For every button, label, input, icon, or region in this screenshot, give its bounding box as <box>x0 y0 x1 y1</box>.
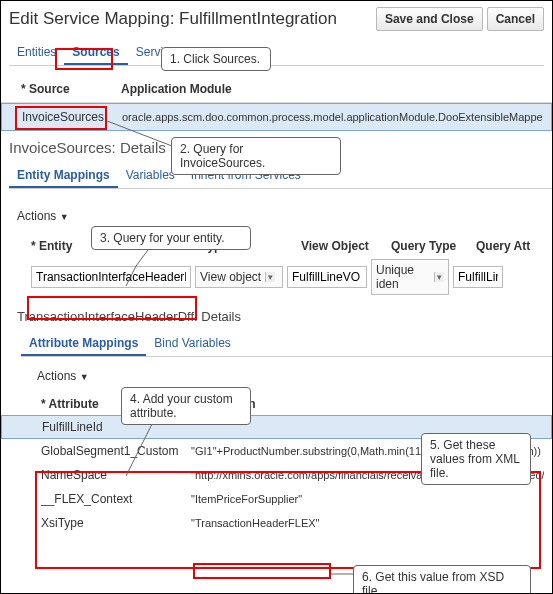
column-header-source: Source <box>21 82 121 96</box>
querytype-select[interactable]: Unique iden▾ <box>371 259 449 295</box>
source-cell: InvoiceSources <box>22 110 122 124</box>
chevron-down-icon: ▾ <box>265 272 275 282</box>
actions-menu-2[interactable]: Actions ▼ <box>1 363 552 389</box>
actions-menu[interactable]: Actions ▼ <box>1 203 552 229</box>
viewobj-input[interactable] <box>287 266 367 288</box>
chevron-down-icon: ▼ <box>80 372 89 382</box>
callout-2: 2. Query for InvoiceSources. <box>171 137 341 175</box>
expr-cell: "ItemPriceForSupplier" <box>191 493 544 505</box>
column-header-app-module: Application Module <box>121 82 232 96</box>
callout-4: 4. Add your custom attribute. <box>121 387 251 425</box>
queryattr-input[interactable] <box>453 266 503 288</box>
callout-5: 5. Get these values from XML file. <box>421 433 531 485</box>
source-row[interactable]: InvoiceSources oracle.apps.scm.doo.commo… <box>1 103 552 131</box>
tab-entities[interactable]: Entities <box>9 41 64 65</box>
attr-row[interactable]: XsiType "TransactionHeaderFLEX" <box>1 511 552 535</box>
attr-cell: GlobalSegment1_Custom <box>41 444 191 458</box>
attr-cell: __FLEX_Context <box>41 492 191 506</box>
column-header-querytype: Query Type <box>391 239 476 253</box>
type-select[interactable]: View object▾ <box>195 266 283 288</box>
column-header-queryattr: Query Att <box>476 239 536 253</box>
chevron-down-icon: ▼ <box>60 212 69 222</box>
attr-cell: NameSpace <box>41 468 191 482</box>
tab-attribute-mappings[interactable]: Attribute Mappings <box>21 332 146 356</box>
actions-label-2: Actions <box>37 369 76 383</box>
app-module-cell: oracle.apps.scm.doo.common.process.model… <box>122 111 543 123</box>
tab-entity-mappings[interactable]: Entity Mappings <box>9 164 118 188</box>
actions-label: Actions <box>17 209 56 223</box>
entity-input[interactable] <box>31 266 191 288</box>
chevron-down-icon: ▾ <box>434 272 444 282</box>
save-and-close-button[interactable]: Save and Close <box>376 7 483 31</box>
callout-3: 3. Query for your entity. <box>91 226 251 250</box>
callout-6: 6. Get this value from XSD file. <box>353 565 531 594</box>
column-header-viewobj: View Object <box>301 239 391 253</box>
entity-row[interactable]: View object▾ Unique iden▾ <box>1 253 552 301</box>
attr-row[interactable]: __FLEX_Context "ItemPriceForSupplier" <box>1 487 552 511</box>
page-title: Edit Service Mapping: FulfillmentIntegra… <box>9 9 337 29</box>
tab-bind-variables[interactable]: Bind Variables <box>146 332 239 356</box>
attr-cell: XsiType <box>41 516 191 530</box>
cancel-button[interactable]: Cancel <box>487 7 544 31</box>
expr-cell: "TransactionHeaderFLEX" <box>191 517 544 529</box>
tab-sources[interactable]: Sources <box>64 41 127 65</box>
callout-1: 1. Click Sources. <box>161 47 271 71</box>
entity-details-title: TransactionInterfaceHeaderDff: Details <box>1 301 552 328</box>
